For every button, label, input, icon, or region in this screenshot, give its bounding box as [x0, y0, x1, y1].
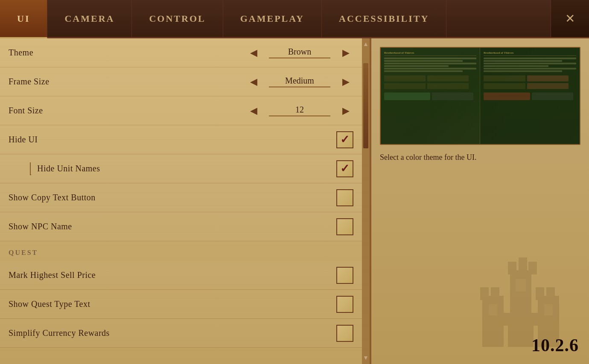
- frame-size-underline: [269, 87, 330, 87]
- font-size-next-button[interactable]: ▶: [338, 103, 353, 118]
- simplify-currency-row: Simplify Currency Rewards: [0, 319, 362, 348]
- tab-bar: UI CAMERA CONTROL GAMEPLAY ACCESSIBILITY…: [0, 0, 589, 38]
- font-size-prev-button[interactable]: ◀: [246, 103, 261, 118]
- font-size-underline: [269, 116, 330, 116]
- theme-underline: [269, 58, 330, 58]
- tab-gameplay[interactable]: GAMEPLAY: [223, 0, 322, 37]
- indent-line: [30, 162, 31, 175]
- show-quest-type-row: Show Quest Type Text: [0, 290, 362, 319]
- preview-image: Brotherhood of Thieves: [380, 47, 580, 145]
- castle-watermark: [461, 240, 580, 347]
- show-npc-name-row: Show NPC Name: [0, 212, 362, 241]
- svg-rect-14: [544, 304, 553, 315]
- svg-rect-3: [480, 287, 489, 300]
- font-size-label: Font Size: [9, 106, 246, 116]
- svg-rect-11: [528, 262, 537, 274]
- frame-size-next-button[interactable]: ▶: [338, 74, 353, 90]
- show-copy-text-label: Show Copy Text Button: [9, 193, 336, 202]
- scroll-down-btn[interactable]: ▼: [362, 352, 370, 364]
- svg-rect-9: [508, 262, 516, 274]
- hide-ui-label: Hide UI: [9, 135, 336, 144]
- theme-control: ◀ Brown ▶: [246, 45, 353, 61]
- tab-control[interactable]: CONTROL: [132, 0, 223, 37]
- svg-rect-7: [546, 287, 555, 300]
- show-quest-type-checkbox[interactable]: [336, 296, 353, 313]
- preview-description: Select a color theme for the UI.: [380, 152, 580, 163]
- frame-size-prev-button[interactable]: ◀: [246, 74, 261, 90]
- main-content: Theme ◀ Brown ▶ Frame Size ◀: [0, 38, 589, 364]
- scroll-area[interactable]: Theme ◀ Brown ▶ Frame Size ◀: [0, 38, 370, 364]
- svg-rect-12: [516, 279, 526, 292]
- tab-accessibility[interactable]: ACCESSIBILITY: [322, 0, 446, 37]
- mark-highest-sell-checkbox[interactable]: [336, 267, 353, 284]
- version-badge: 10.2.6: [531, 335, 579, 355]
- svg-rect-4: [491, 287, 499, 300]
- svg-rect-8: [510, 270, 531, 326]
- simplify-currency-label: Simplify Currency Rewards: [9, 328, 336, 338]
- quest-section-title: QUEST: [9, 249, 38, 256]
- theme-next-button[interactable]: ▶: [338, 45, 353, 61]
- preview-bg: [381, 48, 580, 144]
- font-size-control: ◀ 12 ▶: [246, 103, 353, 118]
- frame-size-control: ◀ Medium ▶: [246, 74, 353, 90]
- tab-ui[interactable]: UI: [0, 0, 47, 38]
- show-npc-name-label: Show NPC Name: [9, 222, 336, 231]
- show-quest-type-label: Show Quest Type Text: [9, 299, 336, 309]
- mark-highest-sell-row: Mark Highest Sell Price: [0, 261, 362, 290]
- svg-rect-10: [519, 257, 527, 270]
- theme-value: Brown: [261, 47, 338, 58]
- quest-section-header: QUEST: [0, 241, 362, 261]
- hide-ui-checkbox[interactable]: [336, 131, 353, 148]
- show-npc-name-checkbox[interactable]: [336, 218, 353, 235]
- settings-content: Theme ◀ Brown ▶ Frame Size ◀: [0, 38, 370, 348]
- hide-unit-names-row: Hide Unit Names: [0, 154, 362, 183]
- theme-row: Theme ◀ Brown ▶: [0, 38, 362, 67]
- theme-label: Theme: [9, 48, 246, 58]
- hide-unit-names-label: Hide Unit Names: [37, 164, 336, 173]
- preview-panel: Brotherhood of Thieves: [371, 38, 589, 364]
- simplify-currency-checkbox[interactable]: [336, 325, 353, 342]
- show-copy-text-checkbox[interactable]: [336, 189, 353, 206]
- svg-rect-2: [482, 296, 504, 347]
- font-size-row: Font Size ◀ 12 ▶: [0, 96, 362, 125]
- tab-camera[interactable]: CAMERA: [47, 0, 132, 37]
- font-size-value: 12: [261, 105, 338, 116]
- hide-unit-names-checkbox[interactable]: [336, 160, 353, 177]
- frame-size-label: Frame Size: [9, 77, 246, 87]
- settings-panel: Theme ◀ Brown ▶ Frame Size ◀: [0, 38, 371, 364]
- show-copy-text-row: Show Copy Text Button: [0, 183, 362, 212]
- theme-prev-button[interactable]: ◀: [246, 45, 261, 61]
- mark-highest-sell-label: Mark Highest Sell Price: [9, 270, 336, 280]
- hide-ui-row: Hide UI: [0, 125, 362, 154]
- svg-rect-6: [536, 287, 544, 300]
- frame-size-value: Medium: [261, 76, 338, 87]
- close-button[interactable]: ✕: [551, 0, 589, 37]
- svg-rect-13: [489, 304, 497, 315]
- frame-size-row: Frame Size ◀ Medium ▶: [0, 67, 362, 96]
